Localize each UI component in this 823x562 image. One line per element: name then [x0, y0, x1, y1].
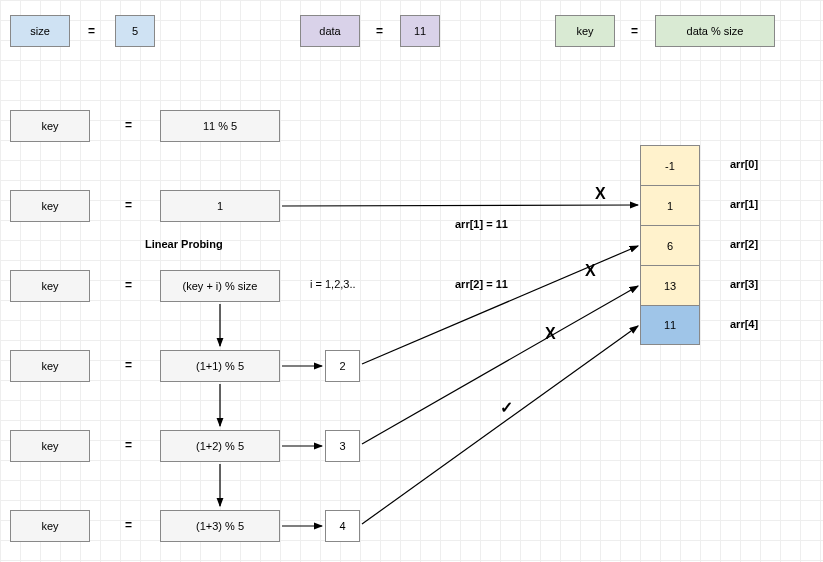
key-box: key — [10, 350, 90, 382]
size-label-box: size — [10, 15, 70, 47]
array-cell: 11 — [640, 305, 700, 345]
array-cell: -1 — [640, 145, 700, 185]
array-label: arr[3] — [730, 278, 758, 290]
data-value-box: 11 — [400, 15, 440, 47]
key-box: key — [10, 510, 90, 542]
key-box: key — [10, 190, 90, 222]
expr-box: (1+3) % 5 — [160, 510, 280, 542]
key-formula: data % size — [687, 25, 744, 37]
arr2-note: arr[2] = 11 — [455, 278, 508, 290]
equals: = — [125, 438, 132, 452]
array-label: arr[4] — [730, 318, 758, 330]
check-mark: ✓ — [500, 398, 513, 417]
array-label: arr[1] — [730, 198, 758, 210]
array-label: arr[2] — [730, 238, 758, 250]
key-label: key — [576, 25, 593, 37]
x-mark: X — [585, 262, 596, 280]
array-cell: 6 — [640, 225, 700, 265]
equals: = — [125, 278, 132, 292]
result-box: 3 — [325, 430, 360, 462]
arr1-note: arr[1] = 11 — [455, 218, 508, 230]
data-label: data — [319, 25, 340, 37]
section-title: Linear Probing — [145, 238, 223, 250]
key-box: key — [10, 430, 90, 462]
key-box: key — [10, 270, 90, 302]
size-value: 5 — [132, 25, 138, 37]
size-value-box: 5 — [115, 15, 155, 47]
array-cell: 1 — [640, 185, 700, 225]
array-label: arr[0] — [730, 158, 758, 170]
expr-box: 11 % 5 — [160, 110, 280, 142]
data-label-box: data — [300, 15, 360, 47]
equals: = — [125, 518, 132, 532]
array-cell: 13 — [640, 265, 700, 305]
key-label-box: key — [555, 15, 615, 47]
equals: = — [88, 24, 95, 38]
result-box: 2 — [325, 350, 360, 382]
expr-box: 1 — [160, 190, 280, 222]
expr-box: (1+1) % 5 — [160, 350, 280, 382]
equals: = — [631, 24, 638, 38]
key-box: key — [10, 110, 90, 142]
expr-box: (1+2) % 5 — [160, 430, 280, 462]
i-note: i = 1,2,3.. — [310, 278, 356, 290]
data-value: 11 — [414, 25, 426, 37]
equals: = — [376, 24, 383, 38]
key-formula-box: data % size — [655, 15, 775, 47]
equals: = — [125, 198, 132, 212]
equals: = — [125, 118, 132, 132]
expr-box: (key + i) % size — [160, 270, 280, 302]
size-label: size — [30, 25, 50, 37]
equals: = — [125, 358, 132, 372]
result-box: 4 — [325, 510, 360, 542]
x-mark: X — [595, 185, 606, 203]
x-mark: X — [545, 325, 556, 343]
